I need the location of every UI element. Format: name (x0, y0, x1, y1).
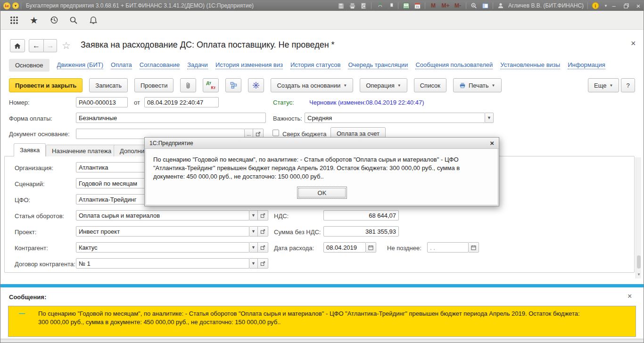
tab-ustanovlennye-vizy[interactable]: Установленные визы (500, 61, 560, 69)
counterparty-input[interactable]: Кактус (76, 242, 249, 253)
dialog-close-icon[interactable]: × (490, 139, 494, 147)
memory-subtract-button[interactable]: M- (452, 2, 464, 9)
contract-input[interactable]: № 1 (76, 258, 249, 269)
restore-button[interactable] (620, 1, 632, 10)
split-window-icon[interactable] (480, 1, 490, 10)
dt-kt-postings-button[interactable]: Дт Кт (203, 78, 219, 92)
user-icon (495, 1, 506, 10)
amount-without-vat-input[interactable]: 381 355,93 (323, 226, 399, 237)
importance-dropdown-icon[interactable]: ▼ (485, 113, 494, 123)
application-window: 1с ▼ Бухгалтерия предприятия 3.0.68.61 +… (0, 0, 644, 343)
status-value: Черновик (изменен:08.04.2019 22:40:47) (309, 99, 424, 106)
favorites-icon[interactable]: ★ (26, 13, 42, 27)
links-icon[interactable] (385, 1, 396, 10)
tab-informaciya[interactable]: Информация (568, 61, 605, 69)
print-button[interactable]: Печать▼ (453, 78, 502, 92)
dialog-titlebar[interactable]: 1С:Предприятие × (145, 138, 499, 149)
project-open-icon[interactable] (258, 226, 268, 237)
notifications-bell-icon[interactable] (85, 13, 101, 27)
info-chevron-icon[interactable]: ▼ (604, 4, 608, 8)
attachments-paperclip-icon[interactable] (180, 78, 196, 92)
operation-button[interactable]: Операция▼ (360, 78, 407, 92)
document-structure-icon[interactable] (225, 78, 241, 92)
scrollbar-down-icon[interactable]: ▼ (636, 272, 642, 277)
importance-select[interactable]: Средняя (305, 113, 485, 123)
contract-dropdown-icon[interactable]: ▼ (249, 258, 258, 269)
turnover-dropdown-icon[interactable]: ▼ (249, 210, 258, 220)
not-later-input[interactable]: . . (427, 242, 469, 253)
messages-close-icon[interactable]: × (627, 293, 632, 300)
turnover-open-icon[interactable] (258, 210, 268, 220)
contract-open-icon[interactable] (258, 258, 268, 269)
message-dash-icon: — (19, 310, 25, 333)
print-preview-icon[interactable] (358, 1, 369, 10)
doc-tab-naznachenie-platezha[interactable]: Назначение платежа (46, 145, 117, 156)
tab-dvizheniya-bit[interactable]: Движения (БИТ) (57, 61, 103, 69)
save-button[interactable]: Записать (89, 78, 128, 92)
memory-add-button[interactable]: M+ (439, 2, 452, 9)
tab-oplata[interactable]: Оплата (111, 61, 132, 69)
turnover-item-label: Статья оборотов: (15, 212, 64, 220)
scrollbar-thumb[interactable] (637, 255, 641, 269)
over-budget-checkbox[interactable] (272, 130, 279, 136)
history-icon[interactable] (46, 13, 62, 27)
app-logo-icon[interactable]: 1с (3, 2, 10, 9)
back-button[interactable]: ← (29, 39, 44, 52)
home-button[interactable] (10, 39, 25, 52)
explain-lamp-icon[interactable] (248, 78, 264, 92)
doc-tab-zayavka[interactable]: Заявка (14, 143, 46, 156)
tab-zadachi[interactable]: Задачи (187, 61, 208, 69)
nav-tabs: Основное Движения (БИТ) Оплата Согласова… (9, 59, 641, 72)
project-dropdown-icon[interactable]: ▼ (249, 226, 258, 237)
favorite-star-icon[interactable]: ☆ (62, 40, 71, 51)
calculator-icon[interactable] (401, 1, 411, 10)
tab-soobshcheniya-polzovatelei[interactable]: Сообщения пользователей (415, 61, 493, 69)
project-input[interactable]: Инвест проект (76, 226, 249, 237)
search-icon[interactable] (66, 13, 82, 27)
calendar-icon[interactable]: 31 (412, 1, 422, 10)
post-and-close-button[interactable]: Провести и закрыть (9, 78, 83, 92)
payment-form-input[interactable]: Безналичные (76, 113, 266, 123)
list-button[interactable]: Список (414, 78, 446, 92)
vat-input[interactable]: 68 644,07 (323, 210, 399, 220)
expense-date-calendar-icon[interactable] (366, 242, 376, 253)
post-button[interactable]: Провести (134, 78, 174, 92)
document-datetime-input[interactable]: 08.04.2019 22:40:47 (144, 97, 219, 107)
close-form-icon[interactable]: × (631, 40, 636, 47)
expense-date-input[interactable]: 08.04.2019 (323, 242, 366, 253)
amount-without-vat-label: Сумма без НДС: (274, 229, 321, 236)
add-link-icon[interactable] (374, 1, 384, 10)
close-window-button[interactable]: × (632, 1, 644, 10)
cfo-label: ЦФО: (15, 196, 30, 204)
info-icon[interactable]: i (590, 1, 601, 10)
counterparty-open-icon[interactable] (258, 242, 268, 253)
print-icon[interactable] (347, 1, 357, 10)
tab-soglasovanie[interactable]: Согласование (140, 61, 180, 69)
counterparty-dropdown-icon[interactable]: ▼ (249, 242, 258, 253)
contract-label: Договор контрагента: (15, 261, 75, 268)
tab-istoriya-izmeneniya-viz[interactable]: История изменения виз (215, 61, 283, 69)
payment-form-label: Форма оплаты: (9, 115, 52, 122)
turnover-item-input[interactable]: Оплата сырья и материалов (76, 210, 249, 220)
dialog-ok-button[interactable]: OK (297, 187, 347, 199)
minimize-button[interactable]: – (608, 1, 620, 10)
number-input[interactable]: РА00-000013 (76, 97, 128, 107)
create-based-on-button[interactable]: Создать на основании▼ (271, 78, 353, 92)
save-icon[interactable] (336, 1, 346, 10)
forward-button[interactable]: → (44, 39, 57, 52)
current-user[interactable]: Агличев В.В. (БИТ.ФИНАНС) (508, 2, 584, 9)
vertical-scrollbar[interactable]: ▼ (636, 157, 641, 278)
scenario-label: Сценарий: (15, 180, 45, 188)
tab-istoriya-statusov[interactable]: История статусов (290, 61, 341, 69)
tab-ochered-translyacii[interactable]: Очередь трансляции (348, 61, 408, 69)
main-menu-icon[interactable] (6, 13, 22, 27)
tab-osnovnoe[interactable]: Основное (9, 59, 50, 72)
system-menu-chevron-icon[interactable]: ▼ (12, 2, 19, 9)
help-button[interactable]: ? (621, 78, 635, 92)
more-button[interactable]: Еще▼ (588, 78, 619, 92)
from-label: от (134, 99, 140, 106)
message-item[interactable]: — По сценарию "Годовой по месяцам", по а… (8, 306, 636, 337)
zoom-icon[interactable] (469, 1, 479, 10)
memory-recall-button[interactable]: M (427, 2, 439, 9)
not-later-calendar-icon[interactable] (469, 242, 479, 253)
